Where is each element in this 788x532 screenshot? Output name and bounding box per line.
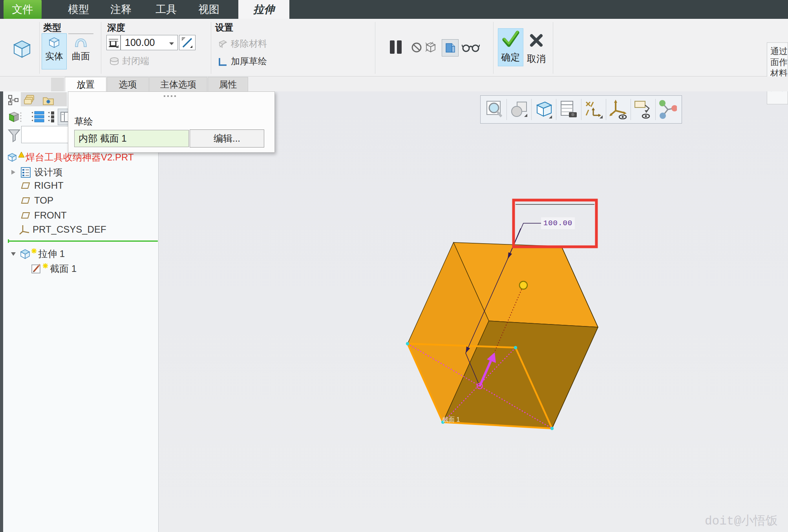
zoom-in-icon[interactable] xyxy=(484,98,505,121)
toolbar-separator xyxy=(506,99,507,120)
menu-file[interactable]: 文件 xyxy=(4,0,42,19)
folder-browser-icon[interactable] xyxy=(24,95,35,107)
tree-filters-icon[interactable] xyxy=(31,111,45,124)
no-preview-button[interactable] xyxy=(411,42,422,54)
tab-options[interactable]: 选项 xyxy=(107,77,149,91)
ribbon-divider xyxy=(375,22,375,74)
show-model-icon[interactable] xyxy=(8,111,20,124)
flip-depth-direction-button[interactable] xyxy=(179,35,196,50)
menu-tools[interactable]: 工具 xyxy=(148,0,184,19)
expand-arrow-icon[interactable] xyxy=(10,169,16,175)
attached-preview-icon xyxy=(445,42,456,53)
watermark: doit@小悟饭 xyxy=(705,512,778,529)
panel-grip-handle[interactable] xyxy=(164,95,176,97)
collapse-arrow-icon[interactable] xyxy=(10,251,16,257)
closed-end-label: 封闭端 xyxy=(122,55,149,67)
ribbon-divider xyxy=(493,22,494,74)
cancel-x-icon xyxy=(529,33,544,48)
ribbon-divider xyxy=(101,22,101,74)
tab-row-spacer xyxy=(51,78,64,91)
surface-type-button[interactable]: 曲面 xyxy=(68,33,93,69)
pause-icon xyxy=(389,40,403,54)
saved-views-icon[interactable] xyxy=(533,98,554,121)
tab-properties[interactable]: 属性 xyxy=(208,77,248,91)
pause-button[interactable] xyxy=(389,40,403,56)
surface-icon xyxy=(74,36,88,48)
datum-plane-icon xyxy=(21,182,30,189)
placement-panel: 草绘 内部 截面 1 编辑... xyxy=(68,91,275,153)
flip-direction-icon xyxy=(181,37,193,49)
wireframe-preview-button[interactable] xyxy=(425,41,437,55)
filter-funnel-icon[interactable] xyxy=(8,129,20,144)
graphics-canvas[interactable] xyxy=(159,91,788,532)
tree-item-csys[interactable]: PRT_CSYS_DEF xyxy=(19,224,106,235)
tree-item-front-plane[interactable]: FRONT xyxy=(21,210,67,221)
blind-depth-icon xyxy=(108,37,119,48)
model-tree-icon[interactable] xyxy=(8,95,19,107)
toolbar-separator xyxy=(581,99,581,120)
wireframe-preview-icon xyxy=(425,41,437,53)
tree-item-label: 截面 1 xyxy=(50,262,77,275)
solid-type-label: 实体 xyxy=(45,50,63,62)
tree-item-sketch[interactable]: 截面 1 xyxy=(31,262,77,275)
solid-type-button[interactable]: 实体 xyxy=(42,33,67,69)
cancel-button[interactable]: 取消 xyxy=(525,31,548,67)
tree-item-label: PRT_CSYS_DEF xyxy=(33,224,106,235)
tree-item-extrude-feature[interactable]: 拉伸 1 xyxy=(10,248,65,260)
menu-model[interactable]: 模型 xyxy=(61,0,96,19)
tooltip-line: 通过到 xyxy=(770,46,788,57)
sketch-reference-field[interactable]: 内部 截面 1 xyxy=(74,130,189,147)
attached-preview-button[interactable] xyxy=(442,39,459,56)
tab-placement[interactable]: 放置 xyxy=(65,77,106,91)
remove-material-icon xyxy=(218,39,228,49)
annotation-display-icon[interactable] xyxy=(633,98,654,121)
menu-view[interactable]: 视图 xyxy=(191,0,227,19)
tab-extrude-feature[interactable]: 拉伸 xyxy=(238,0,289,19)
part-cube-icon xyxy=(7,152,17,162)
dropdown-arrow-icon[interactable] xyxy=(169,42,174,46)
tab-body-options[interactable]: 主体选项 xyxy=(149,77,207,91)
insert-locator-line[interactable] xyxy=(8,240,158,242)
spin-center-icon[interactable] xyxy=(657,98,678,121)
depth-value-field[interactable]: 100.00 xyxy=(121,35,178,50)
tree-item-right-plane[interactable]: RIGHT xyxy=(21,180,64,191)
tree-item-label: 焊台工具收纳神器V2.PRT xyxy=(26,151,134,164)
extrude-dashboard-icon xyxy=(12,38,32,60)
tree-item-top-plane[interactable]: TOP xyxy=(21,195,53,206)
datum-display-filter-icon[interactable] xyxy=(583,98,604,121)
csys-icon xyxy=(19,224,30,235)
display-style-icon[interactable] xyxy=(508,98,530,121)
tree-item-label: 设计项 xyxy=(34,166,62,179)
surface-type-label: 曲面 xyxy=(72,50,90,62)
main-menubar: 文件 模型 注释 工具 视图 拉伸 xyxy=(0,0,788,19)
favorites-folder-icon[interactable] xyxy=(42,95,54,107)
thicken-sketch-icon xyxy=(218,57,228,66)
csys-display-icon[interactable] xyxy=(608,98,629,121)
toolbar-separator xyxy=(531,99,532,120)
confirm-button[interactable]: 确定 xyxy=(498,28,523,66)
tree-columns-icon[interactable] xyxy=(47,111,59,124)
toolbar-separator xyxy=(631,99,631,120)
depth-option-button[interactable] xyxy=(106,35,121,50)
confirm-check-icon xyxy=(502,30,520,47)
graphics-toolbar xyxy=(480,95,682,124)
preview-glasses-button[interactable] xyxy=(462,42,480,54)
sketch-section-label: 草绘 xyxy=(74,115,93,128)
remove-material-label: 移除材料 xyxy=(231,38,267,50)
depth-section-title: 深度 xyxy=(107,22,125,34)
tree-item-part-root[interactable]: 焊台工具收纳神器V2.PRT xyxy=(7,151,134,164)
design-items-icon xyxy=(21,167,31,178)
thicken-sketch-option[interactable]: 加厚草绘 xyxy=(218,55,267,67)
tree-item-label: 拉伸 1 xyxy=(38,248,65,260)
dimension-value-label[interactable]: 100.00 xyxy=(541,217,575,229)
remove-material-option: 移除材料 xyxy=(218,38,267,50)
edit-sketch-button[interactable]: 编辑... xyxy=(190,129,264,148)
tree-item-design-items[interactable]: 设计项 xyxy=(10,166,62,179)
datum-plane-icon xyxy=(21,212,30,219)
dots-separator-icon xyxy=(20,112,22,124)
closed-end-option: 封闭端 xyxy=(110,55,149,67)
menu-annotate[interactable]: 注释 xyxy=(103,0,139,19)
sidebar-left-strip xyxy=(0,91,3,532)
new-feature-asterisk-icon xyxy=(42,263,48,269)
view-manager-icon[interactable] xyxy=(558,98,579,121)
